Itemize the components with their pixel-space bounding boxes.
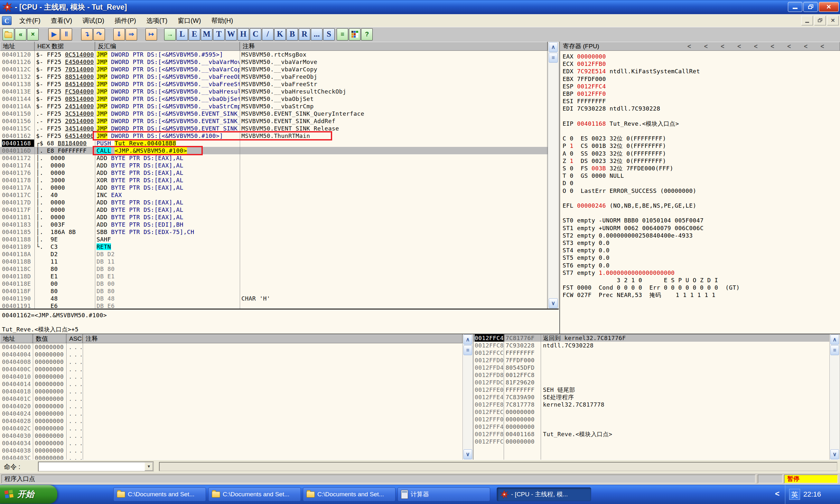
task-button-1[interactable]: C:\Documents and Set... bbox=[208, 487, 301, 501]
disasm-row[interactable]: 00401120$- FF25 0C514000JMP DWORD PTR DS… bbox=[0, 51, 548, 58]
disasm-row[interactable]: 00401132$- FF25 88514000JMP DWORD PTR DS… bbox=[0, 73, 548, 80]
dump-row[interactable]: 0040403000000000.... bbox=[0, 432, 462, 439]
scroll-down-button[interactable]: ∨ bbox=[830, 449, 839, 459]
stack-row[interactable]: 0012FFCCFFFFFFFF bbox=[474, 349, 829, 357]
collapse-chevron-icon[interactable]: < bbox=[721, 43, 737, 50]
options-button[interactable]: ≡ bbox=[337, 28, 348, 40]
collapse-chevron-icon[interactable]: < bbox=[687, 43, 704, 50]
close-process-button[interactable]: × bbox=[27, 28, 39, 40]
dump-row[interactable]: 0040401400000000.... bbox=[0, 380, 462, 388]
stack-row[interactable]: 0012FFDC81F29620 bbox=[474, 379, 829, 386]
disasm-row[interactable]: 00401174│. 0000ADD BYTE PTR DS:[EAX],AL bbox=[0, 162, 548, 169]
stack-row[interactable]: 0012FFF800401168Tut_Reve.<模块入口点> bbox=[474, 430, 829, 438]
dump-scrollbar[interactable]: ∧ ≡ ∨ bbox=[462, 334, 473, 460]
disasm-row[interactable]: 0040113E$- FF25 FC504000JMP DWORD PTR DS… bbox=[0, 88, 548, 95]
disasm-row[interactable]: 0040117F│. 0000ADD BYTE PTR DS:[EAX],AL bbox=[0, 206, 548, 213]
mdi-restore-button[interactable] bbox=[814, 16, 826, 25]
disasm-row[interactable]: 00401138$- FF25 84514000JMP DWORD PTR DS… bbox=[0, 80, 548, 88]
disasm-row[interactable]: 0040118B 11DB 11 bbox=[0, 258, 548, 265]
register-line[interactable]: EBX 7FFDF000 bbox=[563, 75, 606, 83]
task-button-3[interactable]: 计算器 bbox=[397, 487, 490, 501]
dump-row[interactable]: 0040400000000000.... bbox=[0, 343, 462, 351]
disasm-row[interactable]: 00401144$- FF25 08514000JMP DWORD PTR DS… bbox=[0, 95, 548, 103]
scroll-up-button[interactable]: ∧ bbox=[549, 42, 558, 52]
stack-row[interactable]: 0012FFF000000000 bbox=[474, 416, 829, 423]
close-button[interactable]: × bbox=[819, 2, 839, 12]
register-line[interactable]: C 0 ES 0023 32位 0(FFFFFFFF) bbox=[563, 135, 666, 142]
dump-row[interactable]: 0040400400000000.... bbox=[0, 351, 462, 358]
help-button[interactable]: ? bbox=[361, 28, 373, 40]
register-line[interactable]: EBP 0012FFF0 bbox=[563, 90, 606, 97]
scroll-thumb[interactable]: ≡ bbox=[830, 345, 839, 355]
patches-button[interactable]: / bbox=[262, 28, 274, 40]
scroll-thumb[interactable]: ≡ bbox=[549, 53, 558, 63]
register-line[interactable]: EIP 00401168 Tut_Reve.<模块入口点> bbox=[563, 120, 679, 127]
dump-row[interactable]: 0040402000000000.... bbox=[0, 402, 462, 410]
menu-item-0[interactable]: 文件(F) bbox=[14, 14, 46, 27]
disasm-row[interactable]: 00401191 E6DB E6 bbox=[0, 302, 548, 309]
task-button-2[interactable]: C:\Documents and Set... bbox=[303, 487, 396, 501]
register-line[interactable]: EDI 7C930228 ntdll.7C930228 bbox=[563, 105, 660, 112]
menu-item-3[interactable]: 插件(P) bbox=[109, 14, 141, 27]
log-window-button[interactable]: L bbox=[176, 28, 188, 40]
disasm-row[interactable]: 0040118E 00DB 00 bbox=[0, 280, 548, 287]
disasm-row[interactable]: 00401150.- FF25 3C514000JMP DWORD PTR DS… bbox=[0, 110, 548, 117]
register-line[interactable]: FST 0000 Cond 0 0 0 0 Err 0 0 0 0 0 0 0 … bbox=[563, 284, 740, 291]
task-button-4[interactable]: - [CPU - 主线程, 模... bbox=[497, 487, 591, 501]
menu-item-6[interactable]: 帮助(H) bbox=[206, 14, 238, 27]
register-line[interactable]: ST1 empty +UNORM 0062 00640079 006C006C bbox=[563, 224, 704, 232]
collapse-chevron-icon[interactable]: < bbox=[771, 43, 787, 50]
memory-map-button[interactable]: M bbox=[201, 28, 212, 40]
register-line[interactable]: EAX 00000000 bbox=[563, 53, 606, 60]
collapse-chevron-icon[interactable]: < bbox=[704, 43, 721, 50]
cpu-window-button[interactable]: C bbox=[250, 28, 261, 40]
stack-row[interactable]: 0012FFD80012FFC8 bbox=[474, 371, 829, 379]
stack-row[interactable]: 0012FFE47C839A90SE处理程序 bbox=[474, 393, 829, 401]
dump-row[interactable]: 0040402C00000000.... bbox=[0, 425, 462, 432]
trace-over-button[interactable]: ⇒ bbox=[125, 28, 137, 40]
scroll-up-button[interactable]: ∧ bbox=[463, 335, 472, 345]
register-line[interactable]: ST2 empty 0.000000000250840400e-4933 bbox=[563, 232, 693, 239]
register-line[interactable]: S 0 FS 003B 32位 7FFDE000(FFF) bbox=[563, 165, 673, 172]
dump-row[interactable]: 0040403C00000000.... bbox=[0, 454, 462, 460]
disasm-row[interactable]: 0040117C│. 40INC EAX bbox=[0, 191, 548, 199]
menu-item-5[interactable]: 窗口(W) bbox=[172, 14, 206, 27]
register-line[interactable]: EDX 7C92E514 ntdll.KiFastSystemCallRet bbox=[563, 68, 700, 75]
dump-row[interactable]: 0040402400000000.... bbox=[0, 410, 462, 417]
pause-button[interactable]: ‖ bbox=[61, 28, 72, 40]
disasm-row[interactable]: 00401188│. 9ESAHF bbox=[0, 236, 548, 243]
threads-button[interactable]: T bbox=[213, 28, 225, 40]
disasm-row[interactable]: 00401168┌$ 68 B8184000PUSH Tut_Reve.0040… bbox=[0, 140, 548, 147]
collapse-chevron-icon[interactable]: < bbox=[737, 43, 754, 50]
disasm-row[interactable]: 0040118C 80DB 80 bbox=[0, 265, 548, 273]
register-line[interactable]: Z 1 DS 0023 32位 0(FFFFFFFF) bbox=[563, 157, 666, 165]
stack-row[interactable]: 0012FFF400000000 bbox=[474, 423, 829, 430]
source-button[interactable]: S bbox=[323, 28, 335, 40]
collapse-chevron-icon[interactable]: < bbox=[787, 43, 804, 50]
register-line[interactable]: ST4 empty 0.0 bbox=[563, 247, 610, 254]
disasm-header-address[interactable]: 地址 bbox=[0, 42, 34, 51]
registers-collapse-chevrons[interactable]: <<<<<<<<< bbox=[687, 42, 837, 51]
breakpoints-button[interactable]: B bbox=[287, 28, 298, 40]
step-over-button[interactable]: ↷ bbox=[93, 28, 105, 40]
cpu-window-icon[interactable]: C bbox=[2, 16, 12, 25]
language-indicator[interactable]: 英 bbox=[789, 489, 800, 500]
stack-scrollbar[interactable]: ∧ ≡ ∨ bbox=[829, 334, 840, 460]
menu-item-1[interactable]: 查看(V) bbox=[46, 14, 78, 27]
collapse-chevron-icon[interactable]: < bbox=[820, 43, 837, 50]
disasm-row[interactable]: 00401183│. 003FADD BYTE PTR DS:[EDI],BH bbox=[0, 221, 548, 228]
stack-row[interactable]: 0012FFD480545DFD bbox=[474, 364, 829, 371]
register-line[interactable]: ESI FFFFFFFF bbox=[563, 97, 606, 105]
start-button[interactable]: 开始 bbox=[0, 485, 57, 504]
menu-item-2[interactable]: 调试(D) bbox=[77, 14, 109, 27]
register-line[interactable]: ESP 0012FFC4 bbox=[563, 83, 606, 90]
stack-row[interactable]: 0012FFFC00000000 bbox=[474, 438, 829, 445]
register-line[interactable]: O 0 LastErr ERROR_SUCCESS (00000000) bbox=[563, 187, 697, 195]
disasm-row[interactable]: 00401178│. 3000XOR BYTE PTR DS:[EAX],AL bbox=[0, 177, 548, 184]
mdi-minimize-button[interactable] bbox=[801, 16, 813, 25]
run-button[interactable]: ▶ bbox=[48, 28, 60, 40]
run-trace-button[interactable]: ... bbox=[311, 28, 323, 40]
register-line[interactable]: T 0 GS 0000 NULL bbox=[563, 172, 624, 179]
executable-modules-button[interactable]: E bbox=[189, 28, 200, 40]
disasm-row[interactable]: 0040117D│. 0000ADD BYTE PTR DS:[EAX],AL bbox=[0, 199, 548, 206]
